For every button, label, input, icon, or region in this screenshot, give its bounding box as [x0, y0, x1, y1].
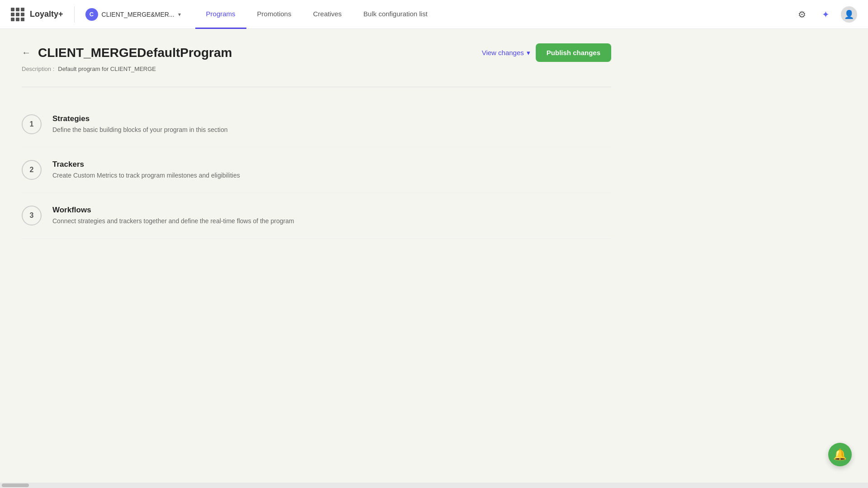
section-desc-2: Create Custom Metrics to track program m… — [52, 172, 240, 179]
nav-link-promotions[interactable]: Promotions — [246, 0, 302, 29]
scrollbar[interactable] — [0, 483, 868, 488]
section-content-3: Workflows Connect strategies and tracker… — [52, 206, 294, 225]
view-changes-label: View changes — [482, 49, 524, 56]
navbar: Loyalty+ C CLIENT_MERGE&MER... ▾ Program… — [0, 0, 868, 29]
client-name: CLIENT_MERGE&MER... — [102, 11, 175, 18]
description-label: Description : — [22, 66, 54, 72]
scroll-handle — [2, 483, 29, 487]
section-content-2: Trackers Create Custom Metrics to track … — [52, 160, 240, 179]
page-header: ← CLIENT_MERGEDefaultProgram View change… — [22, 43, 611, 62]
section-list: 1 Strategies Define the basic building b… — [22, 102, 611, 239]
section-content-1: Strategies Define the basic building blo… — [52, 114, 228, 133]
section-item[interactable]: 2 Trackers Create Custom Metrics to trac… — [22, 147, 611, 193]
section-number-2: 2 — [22, 160, 42, 180]
client-selector[interactable]: C CLIENT_MERGE&MER... ▾ — [85, 8, 181, 21]
grid-menu-icon[interactable] — [11, 8, 24, 21]
chevron-down-view-icon: ▾ — [527, 49, 530, 57]
publish-changes-button[interactable]: Publish changes — [536, 43, 611, 62]
section-title-3: Workflows — [52, 206, 294, 215]
nav-link-bulk-config[interactable]: Bulk configuration list — [353, 0, 439, 29]
nav-links: Programs Promotions Creatives Bulk confi… — [195, 0, 439, 29]
app-title: Loyalty+ — [30, 9, 63, 19]
description-row: Description : Default program for CLIENT… — [22, 66, 611, 72]
sparkle-icon[interactable]: ✦ — [817, 6, 834, 23]
page-content: ← CLIENT_MERGEDefaultProgram View change… — [0, 29, 633, 253]
description-value: Default program for CLIENT_MERGE — [58, 66, 156, 72]
nav-link-creatives[interactable]: Creatives — [302, 0, 352, 29]
nav-divider — [74, 6, 75, 23]
header-actions: View changes ▾ Publish changes — [482, 43, 611, 62]
divider — [22, 87, 611, 87]
section-item[interactable]: 1 Strategies Define the basic building b… — [22, 102, 611, 147]
section-number-1: 1 — [22, 114, 42, 134]
user-avatar[interactable]: 👤 — [841, 6, 857, 23]
section-desc-1: Define the basic building blocks of your… — [52, 126, 228, 133]
section-title-1: Strategies — [52, 114, 228, 123]
view-changes-button[interactable]: View changes ▾ — [482, 49, 530, 57]
nav-left: Loyalty+ — [11, 8, 63, 21]
section-number-3: 3 — [22, 206, 42, 225]
nav-right: ⚙ ✦ 👤 — [794, 6, 857, 23]
back-button[interactable]: ← — [22, 47, 31, 58]
settings-icon[interactable]: ⚙ — [794, 6, 810, 23]
section-item[interactable]: 3 Workflows Connect strategies and track… — [22, 193, 611, 239]
section-title-2: Trackers — [52, 160, 240, 169]
page-title: CLIENT_MERGEDefaultProgram — [38, 46, 232, 60]
title-row: ← CLIENT_MERGEDefaultProgram — [22, 46, 232, 60]
client-avatar: C — [85, 8, 98, 21]
section-desc-3: Connect strategies and trackers together… — [52, 217, 294, 225]
nav-link-programs[interactable]: Programs — [195, 0, 246, 29]
notification-fab[interactable]: 🔔 — [828, 443, 852, 466]
chevron-down-icon: ▾ — [178, 11, 181, 18]
